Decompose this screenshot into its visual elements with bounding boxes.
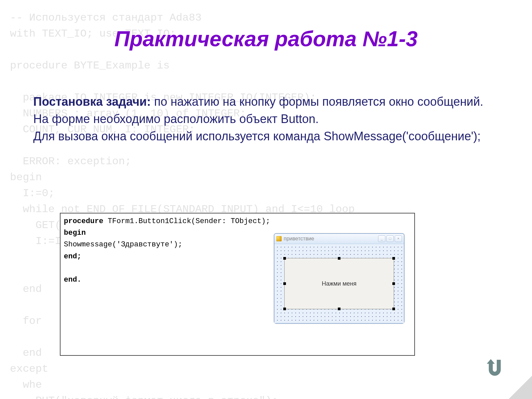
- resize-handle-icon[interactable]: [283, 308, 286, 310]
- task-line2: На форме необходимо расположить объект B…: [33, 112, 319, 126]
- return-button[interactable]: [483, 356, 507, 380]
- form-client-area: Нажми меня: [274, 244, 404, 323]
- form-title: приветствие: [284, 236, 377, 242]
- button-caption: Нажми меня: [322, 280, 357, 287]
- slide-title: Практическая работа №1-3: [0, 27, 532, 51]
- page-curl-icon: [509, 376, 532, 399]
- resize-handle-icon[interactable]: [392, 282, 395, 285]
- task-label: Постановка задачи:: [33, 95, 151, 108]
- resize-handle-icon[interactable]: [338, 308, 340, 310]
- resize-handle-icon[interactable]: [392, 308, 395, 310]
- resize-handle-icon[interactable]: [392, 257, 395, 260]
- task-text: Постановка задачи: по нажатию на кнопку …: [33, 93, 499, 145]
- close-button[interactable]: ×: [395, 235, 402, 242]
- maximize-button[interactable]: □: [386, 235, 394, 242]
- resize-handle-icon[interactable]: [283, 257, 286, 260]
- form-titlebar: приветствие _ □ ×: [274, 234, 404, 244]
- delphi-app-icon: [276, 236, 282, 241]
- delphi-code: procedure TForm1.Button1Click(Sender: TO…: [64, 215, 270, 286]
- form-designer-window: приветствие _ □ × Нажми меня: [274, 233, 404, 324]
- slide: -- Используется стандарт Ada83 with TEXT…: [0, 0, 532, 399]
- minimize-button[interactable]: _: [378, 235, 385, 242]
- task-line3: Для вызова окна сообщений используется к…: [33, 129, 481, 143]
- button-control[interactable]: Нажми меня: [284, 258, 394, 309]
- u-turn-arrow-icon: [484, 358, 505, 379]
- resize-handle-icon[interactable]: [338, 257, 340, 260]
- resize-handle-icon[interactable]: [283, 282, 286, 285]
- task-line1: по нажатию на кнопку формы появляется ок…: [151, 95, 483, 108]
- embedded-figure: procedure TForm1.Button1Click(Sender: TO…: [60, 213, 415, 356]
